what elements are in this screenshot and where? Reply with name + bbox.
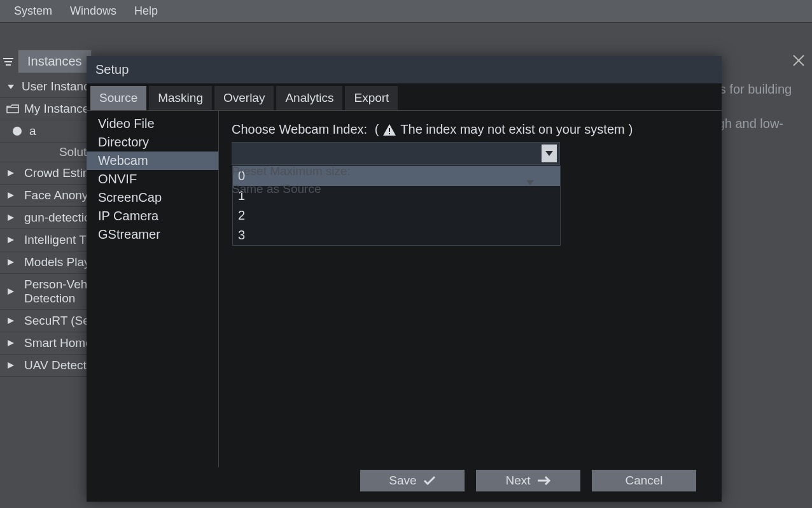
next-button[interactable]: Next: [476, 470, 580, 491]
webcam-index-select[interactable]: 0 1 2 3: [232, 142, 560, 165]
chevron-down-icon: [526, 180, 541, 192]
tab-export[interactable]: Export: [345, 86, 398, 110]
source-ip-camera[interactable]: IP Camera: [87, 207, 218, 225]
status-dot-icon: [13, 127, 22, 136]
warning-icon: [382, 123, 396, 136]
tab-source[interactable]: Source: [90, 86, 146, 110]
source-gstreamer[interactable]: GStreamer: [87, 225, 218, 244]
play-icon: [6, 287, 15, 296]
play-icon: [6, 316, 15, 325]
svg-rect-1: [389, 133, 390, 134]
setup-dialog: Setup Source Masking Overlay Analytics E…: [87, 56, 722, 502]
label-paren: ): [629, 122, 633, 137]
check-icon: [423, 476, 436, 486]
dialog-title: Setup: [87, 56, 722, 83]
play-icon: [6, 213, 15, 222]
sidebar-label: My Instances: [24, 102, 95, 116]
webcam-index-label: Choose Webcam Index:: [232, 122, 367, 137]
sidebar-label: a: [29, 124, 36, 138]
save-button[interactable]: Save: [360, 470, 465, 491]
source-settings: Choose Webcam Index: ( The index may not…: [219, 111, 722, 467]
play-icon: [6, 361, 15, 370]
label-paren: (: [371, 122, 379, 137]
play-icon: [6, 236, 15, 244]
tab-masking[interactable]: Masking: [149, 86, 212, 110]
menu-help[interactable]: Help: [125, 2, 167, 20]
dropdown-option-3[interactable]: 3: [233, 225, 560, 245]
save-label: Save: [389, 474, 416, 488]
preset-max-size-label: Preset Maximum size:: [232, 164, 351, 178]
menubar: System Windows Help: [0, 0, 812, 23]
play-icon: [6, 339, 15, 348]
tab-overlay[interactable]: Overlay: [214, 86, 274, 110]
same-as-source-label: Same as Source: [232, 182, 321, 196]
source-directory[interactable]: Directory: [87, 133, 218, 152]
play-icon: [6, 258, 15, 267]
menu-windows[interactable]: Windows: [61, 2, 125, 20]
folder-open-icon: [6, 104, 19, 113]
source-video-file[interactable]: Video File: [87, 115, 218, 133]
tab-analytics[interactable]: Analytics: [276, 86, 342, 110]
svg-rect-0: [389, 128, 390, 132]
next-label: Next: [505, 474, 530, 488]
play-icon: [6, 169, 15, 178]
sidebar-label: Smart Home: [24, 336, 92, 350]
instances-tab[interactable]: Instances: [18, 50, 92, 73]
cancel-button[interactable]: Cancel: [592, 470, 696, 491]
arrow-right-icon: [537, 476, 551, 485]
dialog-tabs: Source Masking Overlay Analytics Export: [87, 83, 722, 111]
source-onvif[interactable]: ONVIF: [87, 170, 218, 188]
chevron-down-icon[interactable]: [542, 145, 557, 162]
chevron-down-icon: [6, 82, 15, 91]
cancel-label: Cancel: [625, 474, 662, 488]
dropdown-option-2[interactable]: 2: [233, 206, 560, 225]
filter-icon[interactable]: [3, 57, 14, 66]
source-webcam[interactable]: Webcam: [87, 152, 218, 170]
source-type-list: Video File Directory Webcam ONVIF Screen…: [87, 111, 219, 467]
play-icon: [6, 191, 15, 200]
webcam-warning-text: The index may not exist on your system: [400, 122, 624, 137]
source-screencap[interactable]: ScreenCap: [87, 188, 218, 207]
menu-system[interactable]: System: [5, 2, 61, 20]
